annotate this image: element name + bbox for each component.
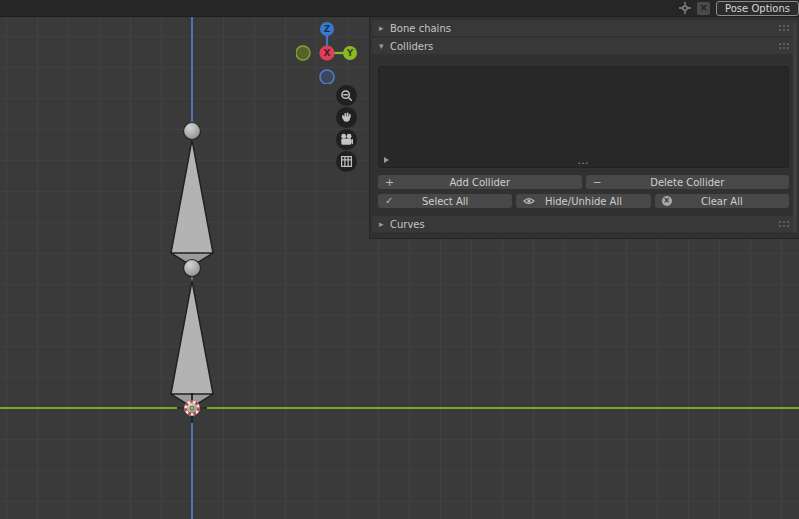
grip-dots-icon[interactable]: [779, 221, 790, 227]
magnifier-icon: [340, 89, 353, 102]
panel-header-colliders[interactable]: ▾ Colliders: [372, 38, 797, 54]
tab-label: Pose Options: [725, 3, 790, 14]
topbar: × Pose Options: [0, 0, 799, 17]
gizmo-axis-z-positive[interactable]: Z: [320, 22, 334, 36]
panel-header-bone-chains[interactable]: ▸ Bone chains: [372, 20, 797, 36]
hide-unhide-all-button[interactable]: Hide/Unhide All: [516, 194, 650, 208]
list-resize-grip[interactable]: …: [578, 155, 590, 166]
select-all-label: Select All: [422, 196, 468, 207]
grip-dots-icon[interactable]: [779, 25, 790, 31]
camera-view-button[interactable]: [336, 129, 357, 150]
viewport-tool-column: [336, 85, 357, 172]
bone-lower[interactable]: [171, 281, 213, 407]
collider-list[interactable]: …: [378, 66, 789, 168]
delete-collider-button[interactable]: − Delete Collider: [586, 175, 790, 189]
chevron-right-icon: ▸: [379, 23, 390, 33]
collider-add-delete-row: + Add Collider − Delete Collider: [378, 175, 789, 189]
perspective-toggle-button[interactable]: [336, 151, 357, 172]
grid-icon: [340, 155, 353, 168]
chevron-down-icon: ▾: [379, 41, 390, 51]
gizmo-axis-x-center[interactable]: X: [319, 45, 334, 60]
plus-icon: +: [385, 175, 394, 189]
eye-icon: [523, 194, 535, 208]
bone-upper[interactable]: [171, 140, 213, 266]
panel-scrollbar[interactable]: [793, 22, 797, 233]
close-icon: ×: [699, 3, 707, 13]
clear-all-label: Clear All: [701, 196, 743, 207]
clear-all-button[interactable]: × Clear All: [655, 194, 789, 208]
close-panel-button[interactable]: ×: [697, 2, 710, 15]
checkmark-icon: ✓: [385, 194, 393, 208]
tab-pose-options[interactable]: Pose Options: [716, 1, 799, 16]
gizmo-axis-y-negative[interactable]: [296, 46, 310, 60]
panel-header-label: Curves: [390, 219, 425, 230]
navigation-gizmo[interactable]: Z Y X: [296, 22, 358, 84]
gizmo-axis-z-negative[interactable]: [320, 70, 334, 84]
pan-tool-button[interactable]: [336, 107, 357, 128]
select-all-button[interactable]: ✓ Select All: [378, 194, 512, 208]
zoom-tool-button[interactable]: [336, 85, 357, 106]
hand-icon: [340, 111, 353, 124]
clear-circle-icon: ×: [662, 194, 672, 208]
gizmo-z-label: Z: [324, 24, 331, 34]
add-collider-button[interactable]: + Add Collider: [378, 175, 582, 189]
gizmo-axis-y-positive[interactable]: Y: [343, 46, 357, 60]
app-window: Z Y X: [0, 0, 799, 519]
chevron-right-icon: ▸: [379, 219, 390, 229]
collider-bulk-actions-row: ✓ Select All Hide/Unhide All ×: [378, 194, 789, 208]
add-collider-label: Add Collider: [449, 177, 510, 188]
grip-dots-icon[interactable]: [779, 43, 790, 49]
panel-header-label: Bone chains: [390, 23, 451, 34]
bone-joint-top[interactable]: [184, 123, 201, 140]
gizmo-y-label: Y: [346, 48, 354, 58]
filter-expand-icon[interactable]: [384, 157, 389, 163]
panel-header-label: Colliders: [390, 41, 433, 52]
gizmos-toggle-icon[interactable]: [678, 1, 692, 15]
hide-unhide-all-label: Hide/Unhide All: [545, 196, 622, 207]
gizmo-x-label: X: [324, 48, 331, 58]
pose-options-panel: ▸ Bone chains ▾ Colliders … + Add Collid…: [369, 17, 799, 239]
panel-header-curves[interactable]: ▸ Curves: [372, 216, 797, 232]
camera-icon: [340, 133, 353, 146]
delete-collider-label: Delete Collider: [650, 177, 724, 188]
colliders-section-body: … + Add Collider − Delete Collider ✓ Sel…: [370, 56, 799, 208]
bone-joint-middle[interactable]: [184, 260, 201, 277]
minus-icon: −: [593, 175, 602, 189]
